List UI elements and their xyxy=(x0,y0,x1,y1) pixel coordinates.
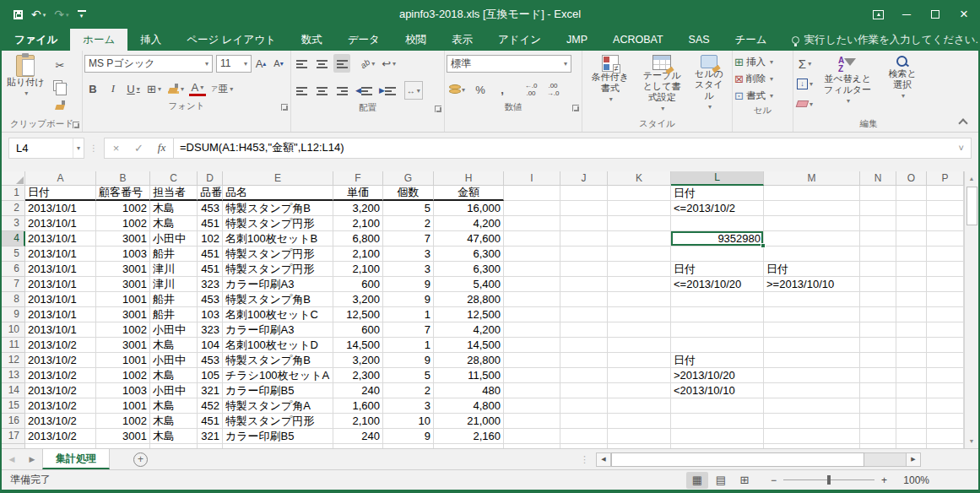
font-size-select[interactable]: 11▾ xyxy=(216,55,252,73)
cell-K10[interactable] xyxy=(608,322,671,338)
cell-O8[interactable] xyxy=(896,292,927,307)
row-header-7[interactable]: 7 xyxy=(2,277,25,292)
cell-G1[interactable]: 個数 xyxy=(383,186,434,201)
wrap-text-button[interactable]: ↩▾ xyxy=(380,54,398,73)
row-header-14[interactable]: 14 xyxy=(2,383,25,398)
increase-indent-button[interactable]: ▶ xyxy=(377,81,398,100)
cell-H3[interactable]: 4,200 xyxy=(434,216,504,231)
cell-K11[interactable] xyxy=(608,338,671,353)
cell-A17[interactable]: 2013/10/2 xyxy=(25,429,96,444)
cell-N10[interactable] xyxy=(860,322,896,338)
cell-K9[interactable] xyxy=(608,307,671,322)
cell-N7[interactable] xyxy=(860,277,896,292)
cell-M15[interactable] xyxy=(764,398,860,414)
cell-F14[interactable]: 240 xyxy=(333,383,383,398)
cell-I1[interactable] xyxy=(504,186,560,201)
row-header-12[interactable]: 12 xyxy=(2,353,25,368)
cut-button[interactable]: ✂ xyxy=(51,56,69,74)
cell-J17[interactable] xyxy=(560,429,608,444)
cell-L3[interactable] xyxy=(671,216,764,231)
row-header-17[interactable]: 17 xyxy=(2,429,25,444)
cell-L8[interactable] xyxy=(671,292,764,307)
cell-P11[interactable] xyxy=(927,338,964,353)
cell-M14[interactable] xyxy=(764,383,860,398)
cell-G8[interactable]: 9 xyxy=(383,292,434,307)
row-header-16[interactable]: 16 xyxy=(2,414,25,429)
cell-K4[interactable] xyxy=(608,231,671,246)
cell-O10[interactable] xyxy=(896,322,927,338)
cell-I10[interactable] xyxy=(504,322,560,338)
cell-J5[interactable] xyxy=(560,246,608,262)
cell-F16[interactable]: 2,100 xyxy=(333,414,383,429)
cell-E6[interactable]: 特製スタンプ円形 xyxy=(223,262,333,277)
cell-H2[interactable]: 16,000 xyxy=(434,201,504,216)
cell-O6[interactable] xyxy=(896,262,927,277)
find-select-button[interactable]: 検索と選択▾ xyxy=(880,52,924,104)
tab-scroll-divider[interactable]: ⋮ xyxy=(573,454,596,465)
cell-J15[interactable] xyxy=(560,398,608,414)
cell-H10[interactable]: 4,200 xyxy=(434,322,504,338)
cell-A5[interactable]: 2013/10/1 xyxy=(25,246,96,262)
col-header-A[interactable]: A xyxy=(25,171,96,186)
cell-G4[interactable]: 7 xyxy=(383,231,434,246)
cell-J3[interactable] xyxy=(560,216,608,231)
merge-center-button[interactable]: ↔▾ xyxy=(404,81,423,100)
cell-B17[interactable]: 3001 xyxy=(96,429,150,444)
cell-H7[interactable]: 5,400 xyxy=(434,277,504,292)
fill-handle[interactable] xyxy=(761,243,766,248)
accounting-format-button[interactable]: ▾ xyxy=(447,80,467,99)
cell-K2[interactable] xyxy=(608,201,671,216)
cell-E15[interactable]: 特製スタンプ角A xyxy=(223,398,333,414)
select-all-corner[interactable] xyxy=(2,171,25,186)
ribbon-tab-0[interactable]: ホーム xyxy=(70,29,127,51)
cell-J9[interactable] xyxy=(560,307,608,322)
cell-D12[interactable]: 453 xyxy=(198,353,223,368)
cell-I3[interactable] xyxy=(504,216,560,231)
ribbon-tab-3[interactable]: 数式 xyxy=(289,29,335,51)
row-header-10[interactable]: 10 xyxy=(2,322,25,338)
cell-C17[interactable]: 木島 xyxy=(150,429,198,444)
ribbon-tab-1[interactable]: 挿入 xyxy=(127,29,174,51)
cell-I4[interactable] xyxy=(504,231,560,246)
cell-E14[interactable]: カラー印刷B5 xyxy=(223,383,333,398)
col-header-F[interactable]: F xyxy=(333,171,383,186)
cell-B4[interactable]: 3001 xyxy=(96,231,150,246)
cell-G11[interactable]: 1 xyxy=(383,338,434,353)
cell-K15[interactable] xyxy=(608,398,671,414)
alignment-dialog-launcher-icon[interactable] xyxy=(435,106,441,112)
cell-H9[interactable]: 12,500 xyxy=(434,307,504,322)
cell-N16[interactable] xyxy=(860,414,896,429)
cell-E11[interactable]: 名刺100枚セットD xyxy=(223,338,333,353)
cell-O4[interactable] xyxy=(896,231,927,246)
scroll-up-icon[interactable]: ▲ xyxy=(965,171,979,186)
cell-styles-button[interactable]: セルのスタイル▾ xyxy=(688,52,730,115)
horizontal-scroll-thumb[interactable] xyxy=(611,452,864,467)
cell-B11[interactable]: 3001 xyxy=(96,338,150,353)
cell-L14[interactable]: <2013/10/10 xyxy=(671,383,764,398)
cell-P2[interactable] xyxy=(927,201,964,216)
cell-H6[interactable]: 6,300 xyxy=(434,262,504,277)
cell-P9[interactable] xyxy=(927,307,964,322)
col-header-H[interactable]: H xyxy=(434,171,504,186)
collapse-ribbon-icon[interactable] xyxy=(958,118,967,127)
cell-A15[interactable]: 2013/10/2 xyxy=(25,398,96,414)
cell-G6[interactable]: 3 xyxy=(383,262,434,277)
cell-C12[interactable]: 小田中 xyxy=(150,353,198,368)
cell-G13[interactable]: 5 xyxy=(383,368,434,383)
cell-N11[interactable] xyxy=(860,338,896,353)
cell-B7[interactable]: 3001 xyxy=(96,277,150,292)
row-header-3[interactable]: 3 xyxy=(2,216,25,231)
cell-C6[interactable]: 津川 xyxy=(150,262,198,277)
cell-L4[interactable]: 9352980 xyxy=(671,231,764,246)
format-painter-button[interactable] xyxy=(51,96,69,115)
cell-C16[interactable]: 木島 xyxy=(150,414,198,429)
cell-C5[interactable]: 船井 xyxy=(150,246,198,262)
cell-D1[interactable]: 品番 xyxy=(198,186,223,201)
underline-button[interactable]: U▾ xyxy=(125,79,142,98)
cell-G10[interactable]: 7 xyxy=(383,322,434,338)
format-as-table-button[interactable]: テーブルとして書式設定▾ xyxy=(636,52,687,116)
cell-D14[interactable]: 321 xyxy=(198,383,223,398)
cell-P10[interactable] xyxy=(927,322,964,338)
cell-H16[interactable]: 21,000 xyxy=(434,414,504,429)
autosum-button[interactable]: Σ▾ xyxy=(795,54,815,73)
